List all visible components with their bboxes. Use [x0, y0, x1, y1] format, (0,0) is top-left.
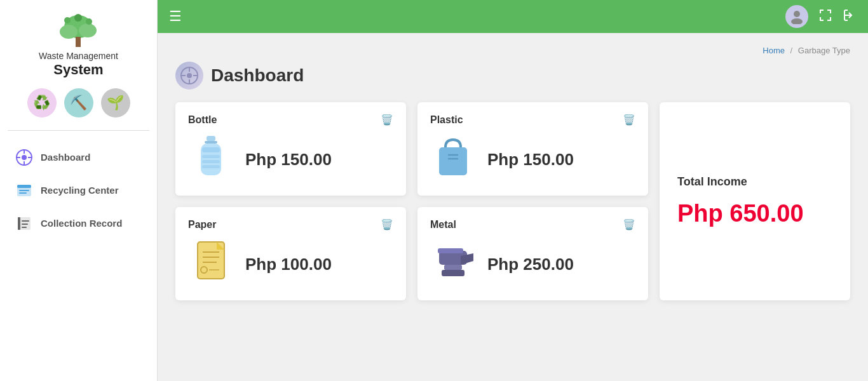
svg-point-6 — [74, 14, 82, 22]
svg-rect-18 — [18, 217, 20, 230]
svg-rect-20 — [22, 224, 28, 225]
svg-rect-30 — [207, 136, 215, 141]
metal-card-value: Php 250.00 — [487, 255, 574, 274]
sprout-sidebar-icon[interactable]: 🌱 — [101, 88, 130, 117]
bottle-card-body: Php 150.00 — [188, 132, 393, 183]
svg-rect-31 — [205, 141, 217, 144]
topbar-left: ☰ — [169, 8, 182, 25]
bottle-icon — [188, 132, 234, 183]
svg-point-23 — [791, 18, 803, 24]
metal-card-header: Metal 🗑️ — [430, 218, 635, 231]
svg-rect-36 — [202, 165, 220, 168]
paper-card-value-wrap: Php 100.00 — [245, 251, 332, 274]
paper-card-label: Paper — [188, 219, 216, 231]
paper-card-header: Paper 🗑️ — [188, 218, 393, 231]
sidebar-item-collection-record[interactable]: Collection Record — [0, 207, 157, 240]
sidebar-item-dashboard[interactable]: Dashboard — [0, 141, 157, 174]
svg-rect-35 — [202, 160, 220, 163]
bottle-card-label: Bottle — [188, 114, 217, 126]
shovel-sidebar-icon[interactable]: ⛏️ — [64, 88, 93, 117]
svg-rect-21 — [22, 227, 27, 228]
svg-rect-51 — [442, 270, 465, 276]
svg-rect-19 — [22, 220, 29, 222]
topbar: ☰ — [158, 0, 868, 33]
paper-card-value: Php 100.00 — [245, 255, 332, 274]
logout-icon[interactable] — [843, 8, 857, 25]
metal-delete-icon[interactable]: 🗑️ — [623, 218, 635, 231]
logo-text-top: Waste Management — [39, 51, 118, 62]
plastic-card-body: Php 150.00 — [430, 132, 635, 183]
dashboard-nav-icon — [15, 149, 33, 166]
hamburger-icon[interactable]: ☰ — [169, 8, 182, 25]
svg-rect-37 — [439, 147, 467, 175]
bottle-delete-icon[interactable]: 🗑️ — [381, 114, 393, 126]
logo-text-bottom: System — [53, 62, 103, 78]
topbar-right — [785, 5, 857, 28]
plastic-card: Plastic 🗑️ — [417, 102, 648, 196]
bottle-card-header: Bottle 🗑️ — [188, 114, 393, 126]
plastic-card-value-wrap: Php 150.00 — [487, 146, 574, 170]
metal-icon — [430, 237, 476, 288]
svg-rect-14 — [17, 185, 31, 188]
svg-rect-3 — [76, 37, 81, 47]
svg-rect-16 — [19, 192, 27, 194]
sidebar-item-dashboard-label: Dashboard — [41, 152, 90, 163]
dashboard-header-icon — [175, 62, 203, 90]
metal-card: Metal 🗑️ — [417, 207, 648, 300]
fullscreen-icon[interactable] — [818, 8, 832, 25]
plastic-card-header: Plastic 🗑️ — [430, 114, 635, 126]
svg-point-22 — [794, 11, 800, 17]
svg-rect-33 — [202, 147, 220, 152]
svg-rect-52 — [438, 248, 463, 253]
plastic-icon — [430, 132, 476, 183]
logo-tree-icon — [56, 13, 100, 51]
paper-delete-icon[interactable]: 🗑️ — [381, 218, 393, 231]
svg-point-4 — [64, 17, 71, 23]
recycling-center-nav-icon — [15, 182, 33, 199]
page-title: Dashboard — [211, 65, 304, 86]
avatar[interactable] — [785, 5, 808, 28]
main-content: ☰ — [158, 0, 868, 381]
svg-rect-50 — [444, 265, 462, 270]
svg-rect-34 — [202, 155, 220, 158]
plastic-delete-icon[interactable]: 🗑️ — [623, 114, 635, 126]
collection-record-nav-icon — [15, 215, 33, 232]
paper-card: Paper 🗑️ — [175, 207, 406, 300]
plastic-card-value: Php 150.00 — [487, 150, 574, 170]
svg-point-2 — [79, 23, 97, 37]
breadcrumb-separator: / — [790, 46, 793, 55]
content-area: Home / Garbage Type Dashboard — [158, 33, 868, 381]
sidebar: Waste Management System ♻️ ⛏️ 🌱 Dashboar… — [0, 0, 158, 381]
total-income-card: Total Income Php 650.00 — [660, 102, 850, 300]
svg-point-25 — [187, 73, 192, 78]
sidebar-item-recycling-center[interactable]: Recycling Center — [0, 174, 157, 207]
sidebar-nav: Dashboard Recycling Center — [0, 141, 157, 240]
svg-point-1 — [60, 25, 78, 39]
sidebar-divider — [8, 130, 149, 131]
metal-card-label: Metal — [430, 219, 456, 231]
svg-point-8 — [22, 155, 27, 160]
paper-card-body: Php 100.00 — [188, 237, 393, 288]
sidebar-item-collection-record-label: Collection Record — [41, 218, 122, 229]
breadcrumb-current: Garbage Type — [798, 46, 850, 55]
sidebar-item-recycling-center-label: Recycling Center — [41, 185, 119, 196]
metal-card-value-wrap: Php 250.00 — [487, 251, 574, 274]
svg-point-5 — [86, 18, 92, 25]
total-income-label: Total Income — [677, 175, 832, 189]
breadcrumb: Home / Garbage Type — [175, 46, 850, 55]
sidebar-icons-row: ♻️ ⛏️ 🌱 — [27, 88, 130, 117]
recycle-sidebar-icon[interactable]: ♻️ — [27, 88, 57, 117]
bottle-card: Bottle 🗑️ — [175, 102, 406, 196]
bottle-card-value: Php 150.00 — [245, 150, 332, 170]
paper-icon — [188, 237, 234, 288]
metal-card-body: Php 250.00 — [430, 237, 635, 288]
bottle-card-value-wrap: Php 150.00 — [245, 146, 332, 170]
svg-rect-15 — [19, 190, 29, 191]
cards-grid: Bottle 🗑️ — [175, 102, 850, 300]
plastic-card-label: Plastic — [430, 114, 463, 126]
total-income-value: Php 650.00 — [677, 200, 832, 227]
sidebar-logo: Waste Management System — [39, 6, 118, 88]
page-header: Dashboard — [175, 62, 850, 90]
breadcrumb-home[interactable]: Home — [763, 46, 785, 55]
